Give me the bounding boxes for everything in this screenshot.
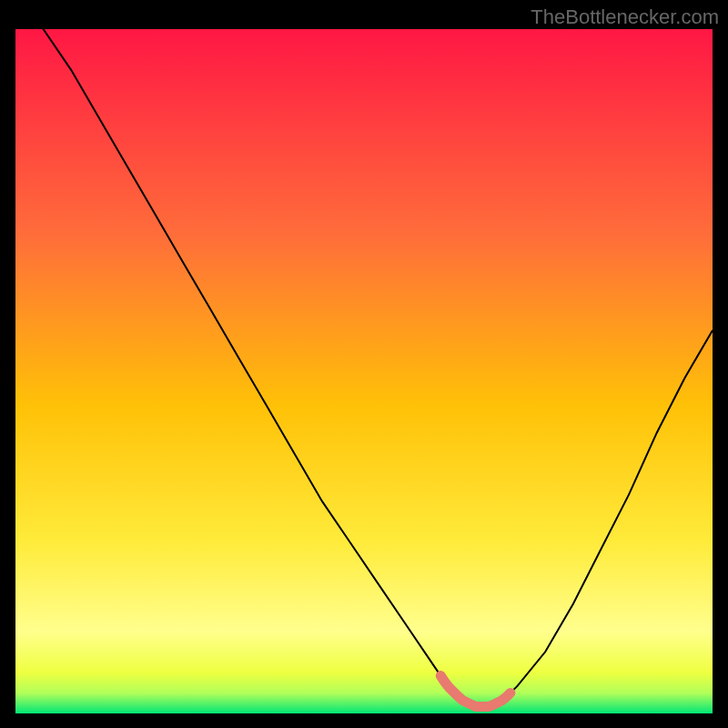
watermark-text: TheBottlenecker.com xyxy=(531,5,719,29)
chart-plot-area xyxy=(15,29,713,713)
chart-background xyxy=(15,29,713,713)
chart-svg xyxy=(15,29,713,713)
